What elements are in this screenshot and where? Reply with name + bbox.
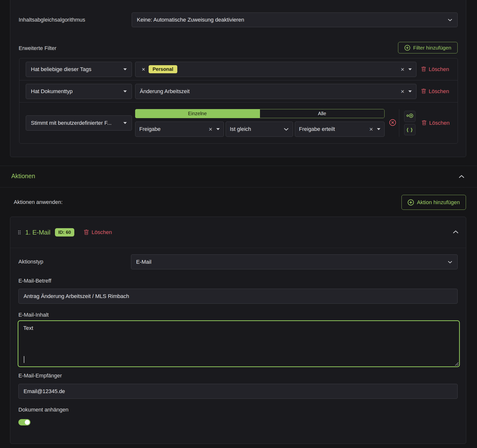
- collapse-actions-button[interactable]: [458, 174, 465, 181]
- caret-down-icon: [123, 68, 127, 70]
- delete-filter-button[interactable]: Löschen: [422, 120, 451, 126]
- add-expression-button[interactable]: { }: [404, 124, 415, 135]
- caret-down-icon: [216, 128, 220, 130]
- add-query-icon: [406, 113, 413, 120]
- tag-badge: Personal: [149, 65, 177, 73]
- x-circle-icon: [389, 119, 396, 127]
- filter-row-customfield: Stimmt mit benutzerdefinierter F... Einz…: [19, 102, 458, 143]
- chevron-down-icon: [448, 17, 452, 22]
- text-cursor: [24, 356, 24, 363]
- algorithm-select-value: Keine: Automatische Zuweisung deaktivier…: [137, 17, 448, 23]
- actions-section-title: Aktionen: [11, 173, 35, 180]
- clear-icon[interactable]: ×: [209, 126, 212, 132]
- clear-icon[interactable]: ×: [369, 126, 373, 132]
- action-card-header: 1. E-Mail ID: 60 Löschen: [10, 217, 466, 248]
- delete-filter-button[interactable]: Löschen: [421, 66, 451, 73]
- action-title: 1. E-Mail: [25, 229, 51, 236]
- chevron-down-icon: [448, 260, 452, 264]
- operator-select[interactable]: Ist gleich: [226, 122, 293, 137]
- collapse-action-button[interactable]: [452, 229, 459, 236]
- mode-all-button[interactable]: Alle: [260, 109, 385, 118]
- plus-circle-icon: [404, 45, 410, 51]
- chevron-down-icon: [284, 126, 289, 132]
- add-action-button[interactable]: Aktion hinzufügen: [401, 195, 466, 210]
- email-recipient-label: E-Mail-Empfänger: [18, 373, 62, 379]
- divider: [0, 187, 477, 187]
- filter-row-tags: Hat beliebige dieser Tags × Personal × L…: [19, 58, 458, 80]
- doctype-select[interactable]: Änderung Arbeitszeit ×: [135, 84, 416, 99]
- algorithm-select[interactable]: Keine: Automatische Zuweisung deaktivier…: [132, 12, 458, 27]
- plus-circle-icon: [408, 199, 414, 206]
- trash-icon: [422, 120, 427, 125]
- trash-icon: [84, 230, 89, 235]
- filter-list: Hat beliebige dieser Tags × Personal × L…: [19, 58, 458, 144]
- attach-document-label: Dokument anhängen: [18, 407, 68, 413]
- trash-icon: [421, 67, 426, 72]
- delete-filter-button[interactable]: Löschen: [421, 88, 451, 95]
- email-subject-input[interactable]: [18, 289, 458, 304]
- chevron-up-icon: [452, 229, 459, 236]
- email-body-textarea[interactable]: Text: [18, 321, 459, 366]
- matching-panel: Inhaltsabgleichsalgorithmus Keine: Autom…: [10, 0, 466, 157]
- toggle-knob: [25, 420, 30, 425]
- query-tools: { }: [404, 111, 415, 135]
- tags-multiselect[interactable]: × Personal ×: [135, 62, 416, 77]
- email-subject-label: E-Mail-Betreff: [18, 278, 51, 284]
- customfield-query-builder: Einzelne Alle Freigabe × Ist gleich: [135, 109, 385, 137]
- delete-action-button[interactable]: Löschen: [84, 229, 112, 236]
- remove-condition-button[interactable]: [389, 119, 396, 127]
- mode-any-button[interactable]: Einzelne: [135, 109, 260, 118]
- email-recipient-input[interactable]: [18, 384, 458, 399]
- add-query-button[interactable]: [404, 111, 415, 122]
- value-select[interactable]: Freigabe erteilt ×: [295, 122, 385, 137]
- chevron-up-icon: [458, 177, 465, 181]
- trash-icon: [421, 89, 426, 94]
- filter-type-select[interactable]: Hat Dokumenttyp: [26, 84, 132, 99]
- action-card-email: 1. E-Mail ID: 60 Löschen Aktionstyp E-Ma…: [10, 217, 466, 444]
- email-body-field: Text: [18, 320, 460, 367]
- action-type-label: Aktionstyp: [18, 259, 43, 265]
- caret-down-icon: [123, 122, 127, 124]
- filter-type-select[interactable]: Hat beliebige dieser Tags: [26, 62, 132, 77]
- caret-down-icon: [408, 68, 412, 70]
- braces-icon: { }: [407, 127, 413, 132]
- caret-down-icon: [408, 90, 412, 92]
- drag-handle-icon[interactable]: [17, 230, 22, 235]
- action-type-select[interactable]: E-Mail: [131, 254, 458, 269]
- filter-type-select[interactable]: Stimmt mit benutzerdefinierter F...: [26, 115, 132, 131]
- filter-row-doctype: Hat Dokumenttyp Änderung Arbeitszeit × L…: [19, 80, 458, 102]
- condition-row: Freigabe × Ist gleich Freigabe erteilt: [135, 122, 385, 137]
- caret-down-icon: [377, 128, 380, 130]
- add-filter-button[interactable]: Filter hinzufügen: [398, 42, 458, 53]
- caret-down-icon: [123, 90, 127, 92]
- action-id-badge: ID: 60: [55, 228, 75, 236]
- email-body-label: E-Mail-Inhalt: [18, 312, 49, 318]
- match-mode-group: Einzelne Alle: [135, 109, 385, 118]
- add-filter-button-label: Filter hinzufügen: [413, 45, 451, 51]
- clear-icon[interactable]: ×: [401, 88, 404, 95]
- remove-tag-icon[interactable]: ×: [142, 66, 145, 72]
- divider: [399, 109, 399, 137]
- add-action-button-label: Aktion hinzufügen: [417, 199, 460, 206]
- algorithm-label: Inhaltsabgleichsalgorithmus: [19, 16, 85, 23]
- apply-actions-label: Aktionen anwenden:: [14, 199, 63, 205]
- field-select[interactable]: Freigabe ×: [135, 122, 224, 137]
- advanced-filters-label: Erweiterte Filter: [19, 45, 56, 52]
- clear-icon[interactable]: ×: [401, 66, 404, 73]
- workflow-edit-page: Kleinschreibung wird nicht beachtet. Inh…: [0, 0, 477, 448]
- divider: [0, 166, 477, 166]
- attach-document-toggle[interactable]: [18, 419, 30, 425]
